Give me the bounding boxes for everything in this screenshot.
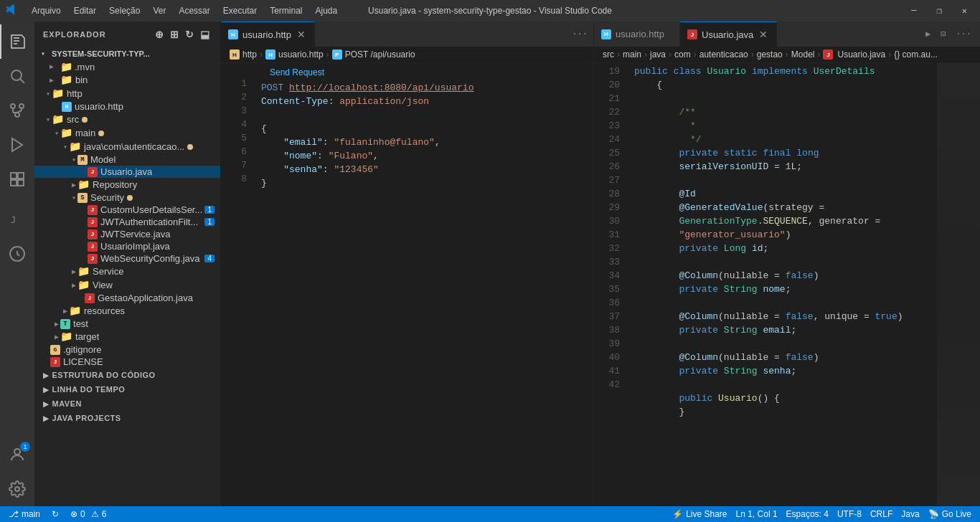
tree-item-gestaoapplication[interactable]: J GestaoApplication.java: [34, 292, 220, 304]
status-branch[interactable]: ⎇ main: [6, 509, 43, 519]
bc-main[interactable]: main: [623, 49, 641, 60]
new-folder-icon[interactable]: ⊞: [169, 27, 181, 42]
bc-model[interactable]: Model: [791, 49, 815, 60]
tree-item-model[interactable]: ▾ M Model: [34, 153, 220, 166]
menu-ajuda[interactable]: Ajuda: [310, 3, 344, 19]
tree-item-license[interactable]: J LICENSE: [34, 356, 220, 368]
status-encoding[interactable]: UTF-8: [834, 509, 864, 519]
menu-arquivo[interactable]: Arquivo: [26, 3, 67, 19]
tree-item-http[interactable]: ▾ 📁 http: [34, 87, 220, 100]
right-code-area[interactable]: 19 20 21 22 23 24 25 26 27 28 29 30 31 3…: [594, 63, 980, 506]
left-code-area[interactable]: 1 2 3 4 5 6 7 8 Send Request POST http:/…: [221, 63, 593, 506]
activity-search[interactable]: [0, 59, 34, 93]
bc-class[interactable]: {} com.au...: [894, 49, 938, 60]
tab-usuario-http[interactable]: H usuario.http ✕: [221, 22, 315, 47]
left-code-content[interactable]: Send Request POST http://localhost:8080/…: [255, 63, 593, 506]
tree-root[interactable]: ▾ SYSTEM-SECURITY-TYP...: [34, 47, 220, 60]
close-button[interactable]: ✕: [955, 3, 974, 19]
bc-autenticacao[interactable]: autenticacao: [699, 49, 748, 60]
menu-executar[interactable]: Executar: [217, 3, 263, 19]
menu-selecao[interactable]: Seleção: [103, 3, 146, 19]
status-live-share[interactable]: ⚡ Live Share: [669, 509, 730, 519]
rln-40: 40: [594, 351, 620, 364]
tree-item-customuserdetails[interactable]: J CustomUserDetailsSer... 1: [34, 204, 220, 216]
split-action[interactable]: ⊟: [938, 27, 948, 41]
status-position[interactable]: Ln 1, Col 1: [733, 509, 781, 519]
tree-item-resources[interactable]: ▶ 📁 resources: [34, 304, 220, 318]
rcode-42: [634, 378, 937, 392]
section-maven[interactable]: ▶ MAVEN: [34, 397, 220, 411]
section-estrutura[interactable]: ▶ ESTRUTURA DO CÓDIGO: [34, 368, 220, 382]
menu-acessar[interactable]: Acessar: [173, 3, 215, 19]
tab-usuario-http-right[interactable]: H usuario.http: [594, 22, 680, 47]
folder-icon-test: T: [60, 319, 70, 329]
tree-item-main[interactable]: ▾ 📁 main: [34, 126, 220, 140]
sidebar-header: EXPLORADOR ⊕ ⊞ ↻ ⬓: [34, 22, 220, 47]
section-linha[interactable]: ▶ LINHA DO TEMPO: [34, 382, 220, 397]
tree-item-target[interactable]: ▶ 📁 target: [34, 330, 220, 343]
bc-java[interactable]: java: [650, 49, 666, 60]
tree-item-view[interactable]: ▶ 📁 View: [34, 278, 220, 292]
breadcrumb-file[interactable]: usuario.http: [278, 49, 324, 60]
status-sync[interactable]: ↻: [49, 509, 62, 519]
minimize-button[interactable]: ─: [904, 3, 923, 19]
breadcrumb-endpoint[interactable]: POST /api/usuario: [345, 49, 415, 60]
send-request-button[interactable]: Send Request: [261, 65, 333, 81]
collapse-icon[interactable]: ⬓: [199, 27, 212, 42]
menu-ver[interactable]: Ver: [147, 3, 171, 19]
run-file-action[interactable]: ▶: [923, 27, 933, 41]
accounts-badge: 1: [20, 442, 30, 452]
tree-item-java-com[interactable]: ▾ 📁 java\com\autenticacao...: [34, 140, 220, 153]
breadcrumb-http[interactable]: http: [242, 49, 257, 60]
activity-accounts[interactable]: 1: [0, 437, 34, 472]
tree-item-jwtservice[interactable]: J JWTService.java: [34, 228, 220, 240]
status-go-live[interactable]: 📡 Go Live: [925, 509, 974, 519]
activity-explorer[interactable]: [0, 24, 34, 59]
tree-item-mvn[interactable]: ▶ 📁 .mvn: [34, 60, 220, 73]
status-language[interactable]: Java: [898, 509, 922, 519]
new-file-icon[interactable]: ⊕: [154, 27, 166, 42]
tree-item-test[interactable]: ▶ T test: [34, 318, 220, 330]
tree-item-usuario-java[interactable]: J Usuario.java: [34, 166, 220, 178]
tree-item-repository[interactable]: ▶ 📁 Repository: [34, 178, 220, 191]
bc-gestao[interactable]: gestao: [757, 49, 783, 60]
status-line-ending[interactable]: CRLF: [867, 509, 895, 519]
rtab-icon-java: J: [687, 29, 697, 39]
tree-item-bin[interactable]: ▶ 📁 bin: [34, 73, 220, 87]
bc-com[interactable]: com: [674, 49, 691, 60]
activity-source-control[interactable]: [0, 93, 34, 128]
tree-item-usuario-http[interactable]: H usuario.http: [34, 100, 220, 113]
status-errors[interactable]: ⊗ 0 ⚠ 6: [67, 509, 109, 519]
tree-item-jwtauthfilter[interactable]: J JWTAuthenticationFilt... 1: [34, 216, 220, 228]
tree-item-websecurity[interactable]: J WebSecurityConfig.java 4: [34, 252, 220, 265]
tree-label-customuserdetails: CustomUserDetailsSer...: [100, 204, 202, 215]
activity-debug[interactable]: [0, 237, 34, 271]
activity-run[interactable]: [0, 128, 34, 162]
more-action[interactable]: ···: [953, 28, 974, 41]
tab-more-left[interactable]: ···: [566, 22, 593, 47]
refresh-icon[interactable]: ↻: [184, 27, 196, 42]
tree-item-service[interactable]: ▶ 📁 Service: [34, 265, 220, 278]
bc-src[interactable]: src: [603, 49, 614, 60]
menu-editar[interactable]: Editar: [68, 3, 102, 19]
section-java-projects[interactable]: ▶ JAVA PROJECTS: [34, 411, 220, 425]
rln-25: 25: [594, 146, 620, 160]
maximize-button[interactable]: ❐: [930, 3, 949, 19]
activity-java[interactable]: J: [0, 202, 34, 237]
tree-item-gitignore[interactable]: G .gitignore: [34, 343, 220, 356]
tree-item-usuarioimpl[interactable]: J UsuarioImpl.java: [34, 240, 220, 252]
tree-label-repository: Repository: [93, 179, 137, 190]
activity-extensions[interactable]: [0, 162, 34, 196]
menu-terminal[interactable]: Terminal: [264, 3, 308, 19]
tree-item-security[interactable]: ▾ S Security: [34, 191, 220, 204]
bc-usuario-java[interactable]: Usuario.java: [837, 49, 885, 60]
right-code-content[interactable]: public class Usuario implements UserDeta…: [628, 63, 937, 506]
tree-item-src[interactable]: ▾ 📁 src: [34, 113, 220, 126]
activity-settings[interactable]: [0, 472, 34, 506]
tree-label-service: Service: [93, 266, 123, 277]
send-request-bar[interactable]: Send Request: [261, 65, 593, 81]
tab-usuario-java-right[interactable]: J Usuario.java ✕: [680, 22, 777, 47]
rtab-close-java[interactable]: ✕: [758, 29, 769, 40]
status-spaces[interactable]: Espaços: 4: [783, 509, 831, 519]
tab-close-http[interactable]: ✕: [296, 29, 307, 40]
